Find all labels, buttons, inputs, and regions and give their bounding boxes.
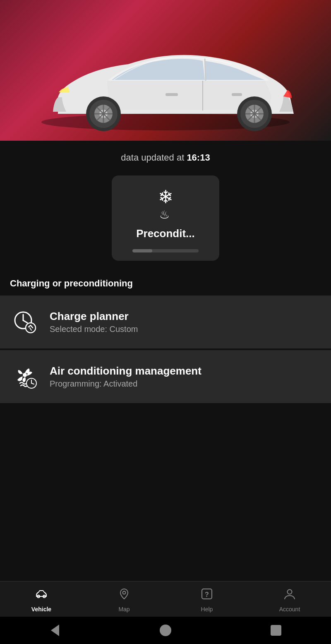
charge-planner-subtitle: Selected mode: Custom bbox=[50, 324, 138, 334]
nav-label-account: Account bbox=[279, 606, 300, 613]
svg-line-1 bbox=[205, 58, 206, 81]
back-button[interactable] bbox=[49, 624, 61, 637]
nav-label-vehicle: Vehicle bbox=[31, 606, 51, 613]
section-title: Charging or preconditioning bbox=[0, 265, 331, 296]
account-icon bbox=[283, 587, 296, 603]
fan-icon: ❄ bbox=[158, 188, 173, 206]
recents-button[interactable] bbox=[270, 624, 282, 637]
svg-point-38 bbox=[288, 590, 292, 594]
help-icon: ? bbox=[200, 587, 213, 603]
nav-item-account[interactable]: Account bbox=[248, 587, 331, 613]
svg-point-28 bbox=[23, 373, 27, 377]
nav-item-help[interactable]: ? Help bbox=[166, 587, 248, 613]
svg-rect-3 bbox=[166, 93, 178, 96]
charge-planner-card[interactable]: Charge planner Selected mode: Custom bbox=[0, 296, 331, 348]
svg-rect-4 bbox=[232, 93, 242, 96]
svg-point-24 bbox=[26, 323, 36, 333]
svg-point-35 bbox=[123, 591, 126, 594]
nav-item-map[interactable]: Map bbox=[83, 587, 166, 613]
nav-bar: Vehicle Map ? Help bbox=[0, 582, 331, 617]
nav-label-map: Map bbox=[118, 606, 130, 613]
svg-line-23 bbox=[23, 320, 27, 323]
air-conditioning-card[interactable]: Air conditioning management Programming:… bbox=[0, 350, 331, 403]
charge-planner-text: Charge planner Selected mode: Custom bbox=[50, 310, 138, 334]
air-conditioning-subtitle: Programming: Activated bbox=[50, 379, 201, 389]
preconditioning-label: Precondit... bbox=[136, 227, 195, 240]
data-updated-text: data updated at 16:13 bbox=[0, 141, 331, 171]
map-icon bbox=[118, 587, 131, 603]
home-button[interactable] bbox=[159, 624, 172, 637]
vehicle-icon bbox=[35, 587, 48, 603]
bottom-navigation: Vehicle Map ? Help bbox=[0, 581, 331, 644]
heat-waves-icon: ♨ bbox=[159, 208, 172, 221]
charge-planner-title: Charge planner bbox=[50, 310, 138, 323]
car-image bbox=[25, 21, 306, 137]
preconditioning-progress-bar bbox=[132, 249, 199, 252]
svg-text:?: ? bbox=[205, 591, 209, 598]
android-system-nav bbox=[0, 617, 331, 644]
hero-section bbox=[0, 0, 331, 141]
air-conditioning-title: Air conditioning management bbox=[50, 365, 201, 377]
preconditioning-progress-fill bbox=[132, 249, 152, 252]
preconditioning-card[interactable]: ❄ ♨ Precondit... bbox=[112, 175, 219, 261]
nav-item-vehicle[interactable]: Vehicle bbox=[0, 587, 83, 613]
nav-label-help: Help bbox=[201, 606, 213, 613]
air-conditioning-icon bbox=[10, 362, 40, 392]
main-content: data updated at 16:13 ❄ ♨ Precondit... C… bbox=[0, 141, 331, 488]
charge-planner-icon bbox=[10, 307, 40, 337]
air-conditioning-text: Air conditioning management Programming:… bbox=[50, 365, 201, 389]
